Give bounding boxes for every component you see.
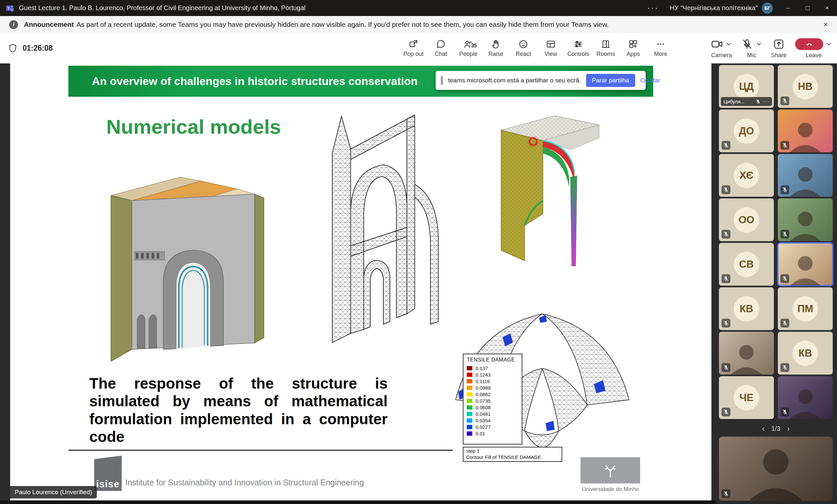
hang-up-pill[interactable]: [795, 38, 823, 50]
drag-handle-icon[interactable]: [441, 76, 443, 85]
mic-chevron-down-icon[interactable]: [755, 40, 762, 48]
uminho-logo: [581, 457, 640, 483]
raise-hand-icon: [491, 39, 501, 49]
window-titlebar: T Guest Lecture 1. Paulo B. Lourenco, Pr…: [0, 0, 837, 16]
self-video-tile[interactable]: [719, 437, 833, 501]
tenant-switcher[interactable]: НУ "Чернігівська політехніка" БГ: [665, 3, 778, 14]
laser-pointer-dot: [529, 137, 537, 146]
avatar: ХЄ: [734, 163, 759, 188]
mic-off-icon: [780, 96, 789, 105]
maximize-button[interactable]: □: [798, 0, 817, 16]
share-notification-banner: teams.microsoft.com está a partilhar o s…: [436, 71, 646, 90]
teams-logo-icon: T: [5, 4, 14, 13]
mic-off-icon: [722, 185, 730, 194]
slide-footer-divider: [68, 450, 453, 451]
tensile-damage-legend: TENSILE DAMAGE 0.137 0.1243 0.1116 0.098…: [463, 354, 522, 445]
stop-sharing-button[interactable]: Parar partilha: [586, 74, 635, 87]
participant-name-label: Цибуля... ···: [721, 97, 772, 106]
shared-screen[interactable]: An overview of challenges in historic st…: [10, 63, 711, 500]
participant-tile[interactable]: [778, 154, 833, 197]
meeting-timer: 01:26:08: [7, 33, 53, 63]
leave-button[interactable]: Leave: [795, 38, 833, 59]
meeting-toolbar: 01:26:08 Pop out Chat 35 People Raise: [0, 33, 837, 64]
minimize-button[interactable]: –: [778, 0, 798, 16]
react-icon: [518, 39, 529, 49]
participants-pager: ‹ 1/3 ›: [719, 424, 833, 433]
camera-chevron-down-icon[interactable]: [725, 40, 732, 48]
announcement-close-icon[interactable]: ×: [823, 20, 828, 29]
svg-text:T: T: [7, 6, 10, 10]
mic-off-icon: [780, 319, 789, 328]
timer-text: 01:26:08: [22, 44, 53, 53]
more-button[interactable]: More: [647, 39, 674, 57]
participant-tile[interactable]: ЦД Цибуля... ···: [719, 65, 774, 108]
view-button[interactable]: View: [537, 39, 565, 57]
mic-off-icon: [780, 363, 789, 372]
tenant-name: НУ "Чернігівська політехніка": [670, 4, 758, 12]
participant-tile[interactable]: ПМ: [778, 287, 833, 330]
participant-tile-active-speaker[interactable]: [778, 243, 833, 286]
controls-button[interactable]: Controls: [565, 39, 592, 57]
legend-swatch: [467, 373, 472, 377]
isise-caption: Institute for Sustainability and Innovat…: [125, 478, 364, 487]
slide-body-text: The response of the structure is simulat…: [89, 375, 388, 446]
close-button[interactable]: ×: [817, 0, 837, 16]
legend-swatch: [467, 386, 472, 390]
avatar: НВ: [793, 74, 818, 99]
legend-swatch: [467, 392, 472, 396]
contour-caption: step 1 Contour Fill of TENSILE DAMAGE.: [463, 447, 562, 462]
titlebar-more-button[interactable]: ···: [641, 3, 665, 13]
uminho-logo-block: Universidade do Minho: [581, 457, 640, 492]
people-button[interactable]: 35 People: [455, 39, 482, 57]
mic-off-icon: [755, 99, 761, 104]
legend-swatch: [467, 418, 472, 423]
leave-chevron-down-icon[interactable]: [825, 40, 833, 48]
participant-tile[interactable]: КВ: [719, 287, 774, 330]
participant-tile[interactable]: [719, 332, 774, 375]
raise-hand-button[interactable]: Raise: [482, 39, 510, 57]
participant-tile[interactable]: НВ: [778, 65, 833, 108]
legend-swatch: [467, 366, 472, 370]
avatar: ЧЕ: [734, 385, 759, 411]
tile-more-icon[interactable]: ···: [763, 99, 769, 105]
camera-button[interactable]: Camera: [711, 38, 732, 59]
participant-tile[interactable]: [778, 110, 833, 152]
share-notification-text: teams.microsoft.com está a partilhar o s…: [448, 77, 581, 84]
participant-tile[interactable]: [778, 376, 833, 419]
mic-button[interactable]: Mic: [741, 38, 762, 59]
apps-button[interactable]: Apps: [620, 39, 647, 57]
participant-tile[interactable]: [778, 199, 833, 241]
rooms-icon: [601, 39, 611, 49]
video-feed: [719, 440, 833, 501]
legend-swatch: [467, 431, 472, 436]
avatar: ПМ: [793, 296, 818, 322]
participant-tile[interactable]: ДО: [719, 110, 774, 152]
slide-header-text: An overview of challenges in historic st…: [68, 75, 418, 88]
rooms-button[interactable]: Rooms: [592, 39, 620, 57]
pager-prev-icon[interactable]: ‹: [762, 424, 765, 433]
mic-off-icon: [722, 319, 730, 328]
uminho-caption: Universidade do Minho: [581, 486, 640, 492]
announcement-banner: i AnnouncementAs part of a recent update…: [0, 16, 837, 33]
model-image-mesh-frame: [315, 106, 450, 358]
pop-out-button[interactable]: Pop out: [400, 39, 427, 57]
hide-banner-link[interactable]: Ocultar: [640, 77, 660, 84]
participant-tile[interactable]: ХЄ: [719, 154, 774, 197]
participant-tile[interactable]: ОО: [719, 199, 774, 241]
view-icon: [546, 39, 556, 49]
share-button[interactable]: Share: [771, 38, 787, 59]
participant-tile[interactable]: ЧЕ: [719, 376, 774, 419]
pager-next-icon[interactable]: ›: [787, 424, 790, 433]
mic-off-icon: [780, 141, 789, 150]
toolbar-device-controls: Camera Mic Share: [711, 33, 833, 68]
participant-tile[interactable]: СВ: [719, 243, 774, 286]
chat-button[interactable]: Chat: [427, 39, 455, 57]
legend-swatch: [467, 399, 472, 403]
participant-tile[interactable]: КВ: [778, 332, 833, 375]
mic-muted-icon: [741, 38, 753, 50]
mic-off-icon: [722, 489, 730, 498]
legend-swatch: [467, 412, 472, 416]
mic-off-icon: [780, 274, 789, 283]
react-button[interactable]: React: [510, 39, 537, 57]
mic-off-icon: [780, 230, 789, 239]
